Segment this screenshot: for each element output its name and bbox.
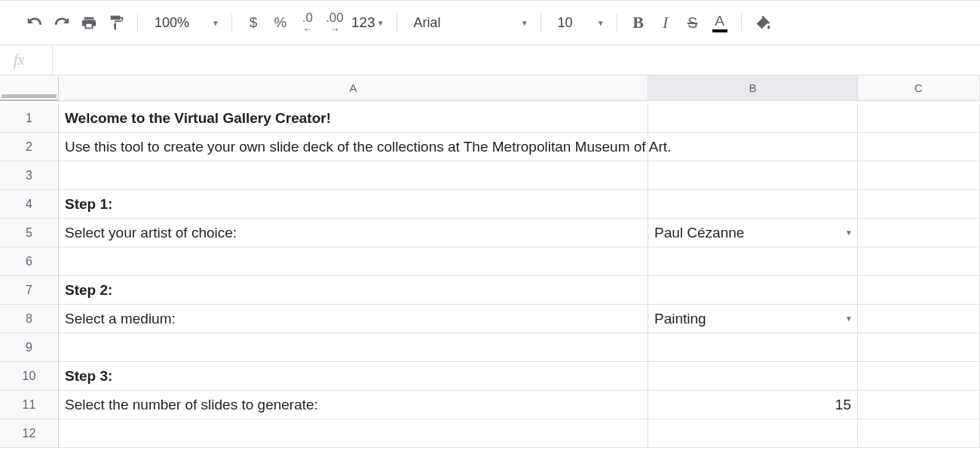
row-header[interactable]: 3 (0, 161, 59, 190)
cell-B4[interactable] (648, 190, 858, 219)
italic-button[interactable]: I (652, 9, 679, 36)
cell-C4[interactable] (858, 190, 980, 219)
cell-A10[interactable]: Step 3: (59, 362, 648, 391)
cell-content: Select your artist of choice: (65, 225, 237, 241)
more-formats-select[interactable]: 123 ▼ (348, 9, 389, 36)
row-header[interactable]: 7 (0, 276, 59, 305)
more-formats-label: 123 (351, 14, 375, 31)
cell-A3[interactable] (59, 161, 648, 190)
cell-C2[interactable] (858, 133, 980, 161)
percent-format-button[interactable]: % (267, 9, 294, 36)
cell-B2[interactable] (648, 133, 858, 161)
column-header-A[interactable]: A (59, 75, 648, 101)
cell-C9[interactable] (858, 333, 980, 362)
cell-C12[interactable] (858, 419, 980, 448)
column-header-B[interactable]: B (648, 75, 858, 101)
increase-decimal-button[interactable]: .00 → (321, 9, 348, 36)
cell-C11[interactable] (858, 391, 980, 419)
row-header[interactable]: 4 (0, 190, 59, 219)
cell-C10[interactable] (858, 362, 980, 391)
cell-content: Select the number of slides to generate: (65, 397, 318, 413)
cell-A11[interactable]: Select the number of slides to generate: (59, 391, 648, 419)
currency-format-button[interactable]: $ (240, 9, 267, 36)
toolbar-separator (231, 14, 232, 32)
cell-content: Painting (654, 311, 706, 327)
cell-content: Step 2: (65, 282, 112, 299)
arrow-right-icon: → (329, 24, 339, 34)
toolbar: 100% ▼ $ % .0 ← .00 → 123 ▼ Arial ▼ 10 ▼… (0, 0, 980, 45)
cell-A1[interactable]: Welcome to the Virtual Gallery Creator! (59, 104, 648, 133)
decrease-decimal-label: .0 (302, 11, 313, 24)
cell-C6[interactable] (858, 247, 980, 276)
dropdown-arrow-icon: ▼ (377, 19, 384, 27)
zoom-select[interactable]: 100% ▼ (145, 9, 224, 36)
select-all-corner[interactable] (0, 75, 59, 101)
dropdown-arrow-icon[interactable]: ▼ (845, 228, 853, 237)
fill-color-button[interactable] (749, 9, 776, 36)
font-size-value: 10 (558, 15, 590, 31)
cell-B5[interactable]: Paul Cézanne ▼ (648, 219, 858, 247)
print-button[interactable] (75, 9, 103, 36)
toolbar-separator (541, 14, 541, 32)
row-header[interactable]: 6 (0, 247, 59, 276)
paint-format-button[interactable] (103, 9, 130, 36)
cell-B7[interactable] (648, 276, 858, 305)
redo-button[interactable] (48, 9, 75, 36)
cell-content: 15 (835, 397, 851, 413)
column-header-C[interactable]: C (858, 75, 980, 101)
formula-input[interactable] (53, 45, 980, 75)
cell-B11[interactable]: 15 (648, 391, 858, 419)
row-header[interactable]: 8 (0, 305, 59, 333)
cell-B1[interactable] (648, 104, 858, 133)
cell-A9[interactable] (59, 333, 648, 362)
arrow-left-icon: ← (302, 24, 312, 34)
cell-A6[interactable] (59, 247, 648, 276)
font-family-select[interactable]: Arial ▼ (405, 9, 533, 36)
cell-A4[interactable]: Step 1: (59, 190, 648, 219)
cell-C8[interactable] (858, 305, 980, 333)
dropdown-arrow-icon: ▼ (597, 19, 605, 27)
cell-C5[interactable] (858, 219, 980, 247)
cell-C7[interactable] (858, 276, 980, 305)
spreadsheet-grid: A B C 1 Welcome to the Virtual Gallery C… (0, 75, 980, 448)
cell-A2[interactable]: Use this tool to create your own slide d… (59, 133, 648, 161)
cell-A5[interactable]: Select your artist of choice: (59, 219, 648, 247)
toolbar-separator (617, 14, 617, 32)
cell-B9[interactable] (648, 333, 858, 362)
print-icon (81, 14, 97, 31)
cell-B12[interactable] (648, 419, 858, 448)
undo-button[interactable] (21, 9, 48, 36)
bold-button[interactable]: B (625, 9, 652, 36)
text-color-label: A (715, 14, 724, 28)
font-family-value: Arial (414, 15, 513, 31)
row-header[interactable]: 10 (0, 362, 59, 391)
cell-B6[interactable] (648, 247, 858, 276)
font-size-select[interactable]: 10 ▼ (549, 9, 609, 36)
cell-A7[interactable]: Step 2: (59, 276, 648, 305)
cell-B10[interactable] (648, 362, 858, 391)
increase-decimal-label: .00 (326, 11, 344, 24)
cell-C1[interactable] (858, 104, 980, 133)
toolbar-separator (137, 14, 138, 32)
fill-bucket-icon (753, 14, 773, 31)
dropdown-arrow-icon[interactable]: ▼ (845, 314, 853, 323)
decrease-decimal-button[interactable]: .0 ← (294, 9, 321, 36)
row-header[interactable]: 5 (0, 219, 59, 247)
cell-B3[interactable] (648, 161, 858, 190)
row-header[interactable]: 9 (0, 333, 59, 362)
cell-C3[interactable] (858, 161, 980, 190)
cell-B8[interactable]: Painting ▼ (648, 305, 858, 333)
text-color-button[interactable]: A (706, 9, 733, 36)
undo-icon (26, 14, 43, 31)
strikethrough-button[interactable]: S (679, 9, 706, 36)
row-header[interactable]: 1 (0, 104, 59, 133)
text-color-underline (712, 29, 727, 32)
row-header[interactable]: 12 (0, 419, 59, 448)
cell-content: Paul Cézanne (654, 225, 744, 241)
row-header[interactable]: 11 (0, 391, 59, 419)
row-header[interactable]: 2 (0, 133, 59, 161)
cell-A8[interactable]: Select a medium: (59, 305, 648, 333)
dropdown-arrow-icon: ▼ (212, 19, 219, 27)
cell-A12[interactable] (59, 419, 648, 448)
zoom-value: 100% (155, 15, 189, 31)
